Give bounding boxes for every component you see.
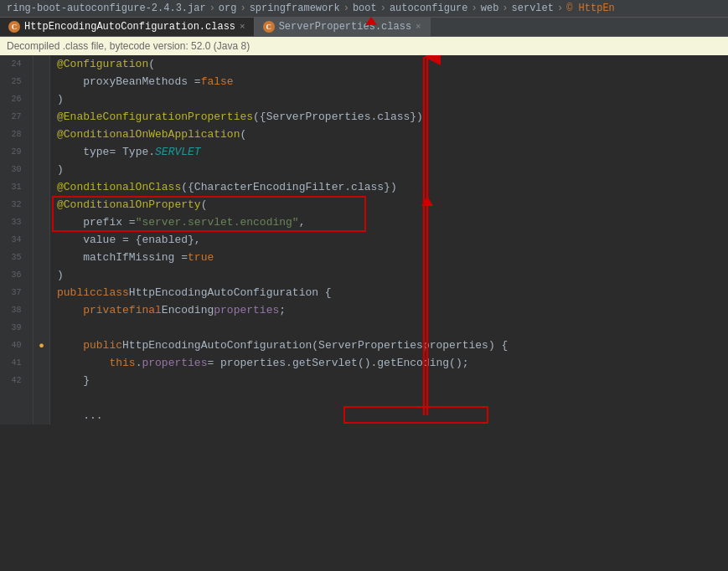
code-line-37: public class HttpEncodingAutoConfigurati… — [50, 284, 728, 301]
tab-httpencoding[interactable]: C HttpEncodingAutoConfiguration.class × — [0, 18, 255, 36]
code-area: 24 25 26 27 28 29 30 31 32 33 34 35 36 3… — [0, 55, 728, 424]
tab-close-2[interactable]: × — [416, 22, 421, 32]
breadcrumb-item: boot — [353, 3, 377, 14]
code-line-25: proxyBeanMethods = false — [50, 73, 728, 90]
breadcrumb-item: web — [481, 3, 499, 14]
breadcrumb-item: org — [219, 3, 237, 14]
code-lines: @Configuration( proxyBeanMethods = false… — [50, 55, 728, 424]
code-line-38: private final Encoding properties; — [50, 301, 728, 319]
breadcrumb-item: ring-boot-autoconfigure-2.4.3.jar — [7, 3, 206, 14]
code-line-40: public HttpEncodingAutoConfiguration(Ser… — [50, 337, 728, 354]
breadcrumb-item: servlet — [512, 3, 554, 14]
arrow-tip-indicator — [365, 17, 377, 25]
tab-label-1: HttpEncodingAutoConfiguration.class — [24, 21, 235, 33]
code-line-30: ) — [50, 161, 728, 178]
tab-icon-1: C — [8, 21, 20, 33]
code-line-36: ) — [50, 266, 728, 284]
code-line-42: } — [50, 372, 728, 389]
tab-label-2: ServerProperties.class — [279, 21, 411, 33]
code-line-27: @EnableConfigurationProperties({ServerPr… — [50, 108, 728, 126]
tab-serverproperties[interactable]: C ServerProperties.class × — [255, 18, 431, 36]
breadcrumb-bar: ring-boot-autoconfigure-2.4.3.jar › org … — [0, 0, 728, 18]
info-bar: Decompiled .class file, bytecode version… — [0, 37, 728, 55]
code-line-32: @ConditionalOnProperty( — [50, 196, 728, 213]
code-line-empty — [50, 389, 728, 407]
code-line-29: type = Type.SERVLET — [50, 143, 728, 161]
gutter: ● — [34, 55, 50, 424]
code-line-24: @Configuration( — [50, 55, 728, 73]
breadcrumb-item-active: © HttpEn — [566, 3, 615, 14]
code-line-41: this.properties = properties.getServlet(… — [50, 354, 728, 372]
code-line-26: ) — [50, 90, 728, 108]
code-line-ellipsis: ... — [50, 407, 728, 424]
breadcrumb-item: autoconfigure — [390, 3, 468, 14]
code-line-35: matchIfMissing = true — [50, 249, 728, 266]
line-numbers: 24 25 26 27 28 29 30 31 32 33 34 35 36 3… — [0, 55, 34, 424]
code-line-33: prefix = "server.servlet.encoding", — [50, 213, 728, 231]
code-line-34: value = { enabled }, — [50, 231, 728, 249]
breadcrumb-item: springframework — [250, 3, 340, 14]
tab-close-1[interactable]: × — [240, 22, 245, 32]
code-line-28: @ConditionalOnWebApplication( — [50, 126, 728, 143]
code-line-31: @ConditionalOnClass({CharacterEncodingFi… — [50, 178, 728, 196]
tab-icon-2: C — [263, 21, 275, 33]
code-line-39 — [50, 319, 728, 337]
tab-bar: C HttpEncodingAutoConfiguration.class × … — [0, 18, 728, 37]
